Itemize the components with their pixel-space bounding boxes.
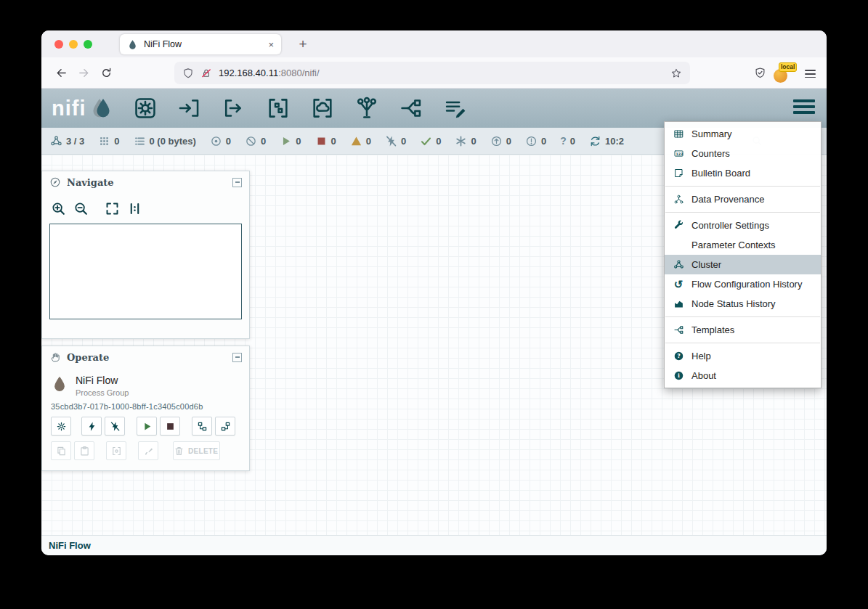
navigate-collapse-button[interactable]: [232, 178, 242, 187]
label-toolbar-item[interactable]: [443, 96, 468, 120]
profile-button[interactable]: local: [774, 64, 794, 83]
operate-collapse-button[interactable]: [232, 353, 242, 362]
navigate-header: Navigate: [42, 171, 249, 193]
new-tab-button[interactable]: +: [291, 30, 315, 57]
menu-item-help[interactable]: Help: [665, 346, 821, 366]
status-stale: 0: [490, 135, 511, 147]
menu-item-data-provenance[interactable]: Data Provenance: [665, 189, 821, 209]
menu-item-parameter-contexts[interactable]: Parameter Contexts: [665, 235, 821, 255]
close-tab-icon[interactable]: ×: [268, 39, 274, 50]
disabled-icon: [385, 135, 397, 147]
menu-item-label: About: [691, 370, 716, 381]
close-window-button[interactable]: [54, 40, 63, 49]
hand-icon: [49, 351, 61, 363]
templates-icon-cell: [672, 324, 685, 335]
global-menu-button[interactable]: [793, 99, 815, 114]
status-sync-failure-value: 0: [570, 136, 575, 147]
funnel-icon: [354, 96, 379, 120]
url-bar[interactable]: 192.168.40.11:8080/nifi/: [174, 62, 690, 84]
menu-item-controller-settings[interactable]: Controller Settings: [665, 216, 821, 235]
url-text: 192.168.40.11:8080/nifi/: [219, 68, 320, 78]
start-button[interactable]: [137, 417, 157, 436]
nifi-logo-text: nifi: [52, 98, 86, 119]
process-group-toolbar-item[interactable]: [266, 96, 291, 120]
status-disabled-value: 0: [401, 136, 406, 147]
configuration-icon: [56, 421, 67, 432]
bookmark-star-icon[interactable]: [670, 68, 682, 79]
enable-all-controller-services-icon: [86, 421, 97, 432]
fullscreen-window-button[interactable]: [84, 40, 92, 49]
tab-title: NiFi Flow: [144, 39, 182, 49]
summary-icon-cell: [672, 128, 685, 139]
template-icon: [399, 96, 423, 120]
menu-item-label: Node Status History: [691, 298, 776, 309]
output-port-toolbar-item[interactable]: [222, 96, 246, 120]
status-stale-value: 0: [506, 136, 511, 147]
input-port-toolbar-item[interactable]: [177, 96, 202, 120]
zoom-fit-button[interactable]: [103, 200, 121, 217]
zoom-in-button[interactable]: [49, 200, 67, 217]
configuration-button[interactable]: [51, 417, 71, 436]
upload-template-button[interactable]: [192, 417, 212, 436]
selected-flow-name: NiFi Flow: [76, 375, 129, 386]
funnel-toolbar-item[interactable]: [354, 96, 379, 120]
breadcrumb[interactable]: NiFi Flow: [49, 540, 91, 551]
create-template-button[interactable]: [215, 417, 235, 436]
template-toolbar-item[interactable]: [399, 96, 423, 120]
menu-item-summary[interactable]: Summary: [665, 124, 821, 144]
menu-item-label: Templates: [691, 324, 734, 335]
status-refresh[interactable]: 10:2: [589, 135, 624, 147]
remote-process-group-toolbar-item[interactable]: [310, 96, 335, 120]
data-provenance-icon: [673, 194, 684, 205]
protections-shield-icon[interactable]: [754, 67, 766, 79]
status-stopped-value: 0: [331, 136, 336, 147]
menu-item-cluster[interactable]: Cluster: [665, 255, 821, 274]
operate-buttons-row1: [42, 411, 249, 436]
birdseye-minimap[interactable]: [49, 224, 242, 319]
zoom-actual-size-button[interactable]: [126, 200, 143, 217]
processor-toolbar-item[interactable]: [133, 96, 158, 120]
menu-item-counters[interactable]: Counters: [665, 144, 821, 163]
menu-item-label: Flow Configuration History: [691, 279, 802, 290]
browser-menu-button[interactable]: [805, 70, 816, 78]
group-button: [106, 441, 126, 460]
enable-all-controller-services-button[interactable]: [81, 417, 102, 436]
disable-all-controller-services-button[interactable]: [105, 417, 125, 436]
nifi-favicon-icon: [127, 39, 138, 50]
component-toolbar: [133, 96, 468, 120]
status-sync-failure: ?0: [560, 136, 575, 147]
invalid-icon: [350, 135, 362, 147]
cluster-icon-cell: [672, 259, 685, 270]
menu-item-flow-configuration-history[interactable]: ↺Flow Configuration History: [665, 274, 821, 294]
menu-item-about[interactable]: About: [665, 366, 821, 385]
queued-icon: [134, 135, 146, 147]
menu-item-node-status-history[interactable]: Node Status History: [665, 294, 821, 314]
zoom-out-icon: [73, 201, 89, 216]
status-locally-modified-value: 0: [471, 136, 476, 147]
status-invalid-value: 0: [366, 136, 371, 147]
url-host: 192.168.40.11: [219, 68, 278, 78]
status-queued-value: 0 (0 bytes): [150, 136, 196, 147]
browser-tab[interactable]: NiFi Flow ×: [120, 34, 281, 54]
status-active-threads: 0: [98, 135, 119, 147]
delete-label: DELETE: [188, 447, 218, 455]
stopped-icon: [315, 135, 328, 147]
process-group-icon: [266, 96, 291, 120]
copy-icon: [56, 446, 67, 457]
reload-button[interactable]: [95, 62, 118, 84]
menu-item-templates[interactable]: Templates: [665, 320, 821, 340]
delete-icon: [174, 446, 184, 457]
status-running: 0: [280, 135, 301, 147]
disable-all-controller-services-icon: [110, 421, 121, 432]
zoom-out-button[interactable]: [72, 200, 89, 217]
input-port-icon: [177, 96, 202, 120]
back-button[interactable]: [50, 62, 73, 84]
tracking-shield-icon[interactable]: [182, 68, 194, 79]
status-invalid: 0: [350, 135, 371, 147]
zoom-in-icon: [51, 201, 66, 216]
minimize-window-button[interactable]: [69, 40, 78, 49]
menu-divider: [665, 186, 820, 187]
insecure-lock-icon[interactable]: [200, 68, 212, 79]
menu-item-bulletin-board[interactable]: Bulletin Board: [665, 163, 821, 183]
stop-button[interactable]: [160, 417, 180, 436]
